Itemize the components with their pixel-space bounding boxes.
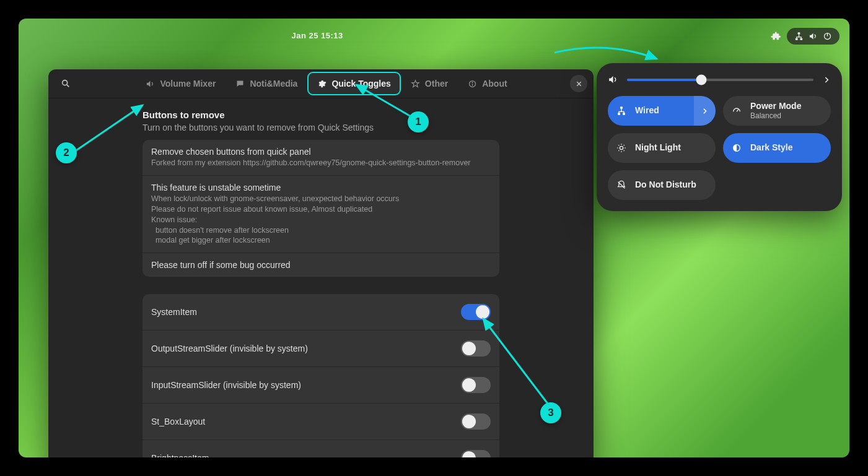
annotation-marker-1: 1 (408, 111, 429, 132)
pill-label: Dark Style (750, 143, 831, 152)
gear-icon (317, 79, 327, 89)
pill-sub: Balanced (750, 112, 831, 120)
card-row: Please turn off if some bug occurred (142, 253, 499, 277)
speedometer-icon (723, 106, 750, 116)
toggle-label: SystemItem (151, 307, 197, 317)
toggle-row-outputstream[interactable]: OutputStreamSlider (invisible by system) (142, 331, 499, 367)
svg-rect-8 (618, 113, 620, 115)
tab-noti-media[interactable]: Noti&Media (227, 73, 306, 94)
toggle-switch[interactable] (461, 377, 491, 393)
svg-rect-7 (620, 106, 623, 108)
tab-volume-mixer[interactable]: Volume Mixer (137, 73, 224, 94)
toggle-label: OutputStreamSlider (invisible by system) (151, 344, 308, 353)
top-bar: Jan 25 15:13 (19, 19, 849, 53)
toggle-label: BrightnessItem (151, 453, 209, 457)
svg-point-4 (63, 80, 68, 85)
toggle-switch[interactable] (461, 413, 491, 430)
quick-settings-popover: Wired Power Mode Balanced (597, 63, 842, 211)
volume-slider[interactable] (627, 79, 813, 81)
tab-quick-toggles[interactable]: Quick Toggles (309, 73, 399, 94)
pill-dark-style[interactable]: Dark Style (723, 133, 831, 163)
section-subtitle: Turn on the buttons you want to remove f… (142, 123, 499, 132)
card-title: Please turn off if some bug occurred (151, 260, 491, 270)
network-wired-icon (608, 106, 635, 116)
star-icon (411, 79, 420, 89)
section-title: Buttons to remove (142, 110, 499, 120)
toggle-row-stboxlayout[interactable]: St_BoxLayout (142, 404, 499, 440)
pill-wired[interactable]: Wired (608, 96, 716, 126)
toggle-row-systemitem[interactable]: SystemItem (142, 294, 499, 331)
chevron-right-icon[interactable] (693, 96, 716, 126)
svg-point-10 (620, 146, 623, 149)
tab-label: About (482, 79, 507, 89)
tab-label: Quick Toggles (331, 79, 390, 89)
annotation-marker-3: 3 (540, 402, 561, 423)
pill-power-mode[interactable]: Power Mode Balanced (723, 96, 831, 126)
preferences-header: Volume Mixer Noti&Media Quick Toggles Ot… (48, 69, 594, 98)
card-row: This feature is unstable sometime When l… (142, 176, 499, 253)
svg-rect-2 (800, 38, 802, 40)
volume-icon (146, 79, 155, 89)
tab-label: Noti&Media (250, 79, 297, 89)
toggle-row-inputstream[interactable]: InputStreamSlider (invisible by system) (142, 367, 499, 404)
card-row: Remove chosen buttons from quick panel F… (142, 140, 499, 176)
preferences-window: Volume Mixer Noti&Media Quick Toggles Ot… (48, 69, 594, 457)
tab-other[interactable]: Other (402, 73, 457, 94)
toggle-switch[interactable] (461, 340, 491, 357)
svg-rect-0 (798, 32, 800, 34)
tab-label: Volume Mixer (160, 79, 216, 89)
toggle-label: InputStreamSlider (invisible by system) (151, 380, 301, 390)
pill-label: Night Light (635, 143, 716, 152)
dark-style-icon (723, 143, 750, 153)
search-button[interactable] (55, 73, 77, 94)
system-tray (770, 28, 840, 45)
dnd-icon (608, 180, 635, 190)
chat-icon (235, 79, 245, 89)
desktop: Jan 25 15:13 (19, 19, 849, 457)
chevron-right-icon[interactable] (822, 76, 831, 84)
pill-night-light[interactable]: Night Light (608, 133, 716, 163)
night-light-icon (608, 143, 635, 153)
pill-label: Power Mode (750, 102, 831, 111)
toggle-list: SystemItem OutputStreamSlider (invisible… (142, 294, 499, 457)
svg-rect-9 (623, 113, 625, 115)
annotation-marker-2: 2 (56, 142, 77, 163)
tab-label: Other (425, 79, 448, 89)
description-card: Remove chosen buttons from quick panel F… (142, 140, 499, 277)
tab-bar: Volume Mixer Noti&Media Quick Toggles Ot… (83, 73, 570, 94)
volume-icon (608, 74, 618, 85)
pill-label: Wired (635, 106, 693, 115)
power-icon (823, 32, 832, 41)
info-icon (468, 79, 477, 89)
pill-do-not-disturb[interactable]: Do Not Disturb (608, 170, 716, 200)
svg-rect-1 (796, 38, 798, 40)
status-group[interactable] (787, 28, 840, 45)
pill-label: Do Not Disturb (635, 180, 716, 189)
network-wired-icon (794, 32, 804, 41)
volume-icon (809, 32, 818, 41)
clock: Jan 25 15:13 (292, 19, 343, 53)
card-sub: When lock/unlock with gnome-screensaver,… (151, 194, 491, 246)
close-button[interactable] (570, 75, 587, 92)
tab-about[interactable]: About (459, 73, 515, 94)
volume-row (608, 74, 831, 85)
card-title: This feature is unstable sometime (151, 183, 491, 193)
toggle-switch[interactable] (461, 304, 491, 320)
svg-point-6 (472, 82, 473, 82)
toggle-row-brightnessitem[interactable]: BrightnessItem (142, 440, 499, 457)
card-title: Remove chosen buttons from quick panel (151, 147, 491, 157)
toggle-switch[interactable] (461, 450, 491, 457)
card-sub: Forked from my extension https://github.… (151, 158, 491, 168)
toggle-label: St_BoxLayout (151, 417, 205, 426)
extension-icon[interactable] (770, 31, 781, 41)
preferences-body: Buttons to remove Turn on the buttons yo… (48, 98, 594, 457)
